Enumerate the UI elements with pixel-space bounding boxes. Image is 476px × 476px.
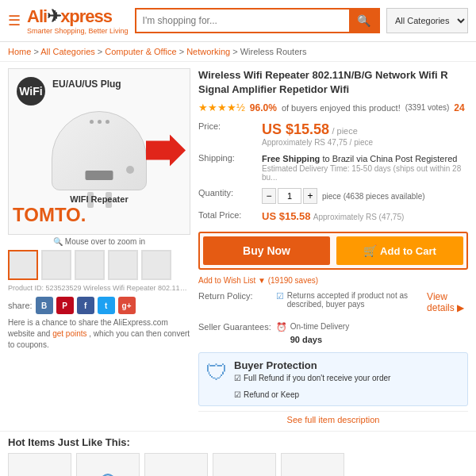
buyer-protection-items: ☑ Full Refund if you don't receive your … (234, 374, 461, 399)
zoom-hint: 🔍 Mouse over to zoom in (8, 237, 190, 246)
total-price-value: US $15.58 Approximately RS (47,75) (262, 207, 468, 225)
quantity-value: − + piece (4638 pieces available) (262, 185, 468, 207)
price-label: Price: (198, 118, 262, 150)
thumbnail-3[interactable] (75, 250, 105, 280)
thumbnail-4[interactable] (108, 250, 138, 280)
hot-items-title: Hot Items Just Like This: (8, 436, 468, 448)
share-row: share: B P f t g+ (8, 297, 190, 314)
search-bar: 🔍 (135, 8, 380, 33)
logo-tagline: Smarter Shopping, Better Living (27, 27, 129, 35)
full-refund-item: ☑ Full Refund if you don't receive your … (234, 374, 390, 382)
header: ☰ Ali✈xpress Smarter Shopping, Better Li… (0, 0, 476, 42)
facebook-share-button[interactable]: f (77, 297, 94, 314)
sold-count: 24 (454, 102, 464, 113)
indicator-dots (52, 112, 146, 124)
reset-button (126, 166, 134, 174)
delivery-days: 90 days (290, 335, 468, 344)
quantity-label: Quantity: (198, 185, 262, 207)
qty-increase-button[interactable]: + (303, 188, 317, 204)
buy-now-button[interactable]: Buy Now (203, 236, 330, 265)
return-policy-row: Return Policy: ☑ Returns accepted if pro… (198, 288, 468, 319)
cart-icon: 🛒 (363, 244, 377, 257)
ontime-text: On-time Delivery (290, 322, 349, 331)
price-per: / piece (332, 126, 357, 136)
price-approx: Approximately RS 47,75 / piece (262, 138, 468, 147)
buyer-protection-title: Buyer Protection (234, 359, 461, 371)
qty-available: piece (4638 pieces available) (322, 192, 425, 201)
search-input[interactable] (136, 10, 349, 32)
wifi-badge: WiFi (17, 77, 45, 106)
repeater-shape (52, 111, 147, 190)
vk-share-button[interactable]: B (36, 297, 53, 314)
breadcrumb-computer[interactable]: Computer & Office (105, 47, 176, 56)
buy-buttons-container: Buy Now 🛒 Add to Cart (198, 232, 468, 270)
total-price-label: Total Price: (198, 207, 262, 225)
quantity-stepper: − + piece (4638 pieces available) (262, 188, 468, 204)
view-details-link[interactable]: View details ▶ (427, 291, 468, 313)
twitter-share-button[interactable]: t (98, 297, 115, 314)
shipping-row: Shipping: Free Shipping to Brazil via Ch… (198, 150, 468, 185)
rating-text: of buyers enjoyed this product! (282, 103, 401, 113)
shipping-value: Free Shipping to Brazil via China Post R… (262, 150, 468, 185)
thumbnail-2[interactable] (41, 250, 71, 280)
share-description: Here is a chance to share the AliExpress… (8, 317, 190, 351)
main-content: WiFi EU/AU/US Plug (0, 62, 476, 431)
star-rating: ★★★★½ (198, 102, 245, 113)
return-text: Returns accepted if product not as descr… (287, 291, 424, 309)
breadcrumb-networking[interactable]: Networking (186, 47, 230, 56)
breadcrumb: Home > All Categories > Computer & Offic… (0, 42, 476, 62)
qty-input[interactable] (278, 188, 301, 204)
breadcrumb-current: Wireless Routers (240, 47, 307, 56)
ontime-delivery: ⏰ On-time Delivery (276, 322, 468, 332)
share-label: share: (8, 301, 33, 310)
hot-item-5[interactable] (281, 453, 344, 476)
product-title: Wireless Wifi Repeater 802.11N/B/G Netwo… (198, 68, 468, 97)
guarantees-table: Return Policy: ☑ Returns accepted if pro… (198, 288, 468, 347)
price-value: US $15.58 / piece Approximately RS 47,75… (262, 118, 468, 150)
buyer-protection-content: Buyer Protection ☑ Full Refund if you do… (234, 359, 461, 399)
check-icon-bp2: ☑ (234, 390, 241, 399)
hot-item-3[interactable] (144, 453, 208, 476)
get-points-link[interactable]: get points (52, 329, 86, 338)
quantity-row: Quantity: − + piece (4638 pieces availab… (198, 185, 468, 207)
search-button[interactable]: 🔍 (349, 10, 378, 32)
breadcrumb-all-categories[interactable]: All Categories (40, 47, 94, 56)
watermark-text: TOMTO. (13, 204, 86, 226)
hot-items-section: Hot Items Just Like This: (0, 431, 476, 476)
shipping-label: Shipping: (198, 150, 262, 185)
hot-item-4[interactable] (213, 453, 276, 476)
see-full-description[interactable]: See full item description (198, 411, 468, 424)
total-price: US $15.58 (262, 210, 310, 222)
add-to-cart-button[interactable]: 🛒 Add to Cart (336, 236, 463, 265)
clock-icon: ⏰ (276, 322, 287, 332)
rating-votes: (3391 votes) (405, 103, 450, 112)
lan-port (86, 171, 113, 180)
googleplus-share-button[interactable]: g+ (118, 297, 136, 314)
add-to-wishlist-link[interactable]: Add to Wish List ▼ (19190 saves) (198, 276, 468, 285)
seller-guarantees-row: Seller Guarantees: ⏰ On-time Delivery 90… (198, 319, 468, 347)
thumbnail-5[interactable] (141, 250, 171, 280)
wifi-symbol: WiFi (19, 85, 42, 98)
seller-guarantees-value: ⏰ On-time Delivery 90 days (276, 319, 468, 347)
return-policy-detail: ☑ Returns accepted if product not as des… (276, 291, 468, 313)
pinterest-share-button[interactable]: P (56, 297, 74, 314)
hot-item-2[interactable] (76, 453, 140, 476)
thumbnail-1[interactable] (8, 250, 38, 280)
rating-percentage: 96.0% (250, 102, 277, 113)
wifi-repeater-label: WIFI Repeater (70, 194, 128, 204)
arrow-cta (146, 135, 186, 169)
checkmark-icon: ☑ (276, 291, 284, 301)
thumbnails (8, 250, 190, 280)
product-image (52, 111, 147, 208)
hamburger-icon[interactable]: ☰ (8, 12, 21, 29)
qty-decrease-button[interactable]: − (262, 188, 276, 204)
breadcrumb-home[interactable]: Home (8, 47, 31, 56)
product-right: Wireless Wifi Repeater 802.11N/B/G Netwo… (198, 68, 468, 424)
shield-icon: 🛡 (205, 359, 228, 386)
check-icon-bp1: ☑ (234, 374, 241, 382)
hot-items-grid (8, 453, 468, 476)
total-price-row: Total Price: US $15.58 Approximately RS … (198, 207, 468, 225)
shipping-sub: Estimated Delivery Time: 15-50 days (shi… (262, 164, 468, 182)
hot-item-1[interactable] (8, 453, 71, 476)
category-select[interactable]: All Categories (386, 8, 468, 33)
